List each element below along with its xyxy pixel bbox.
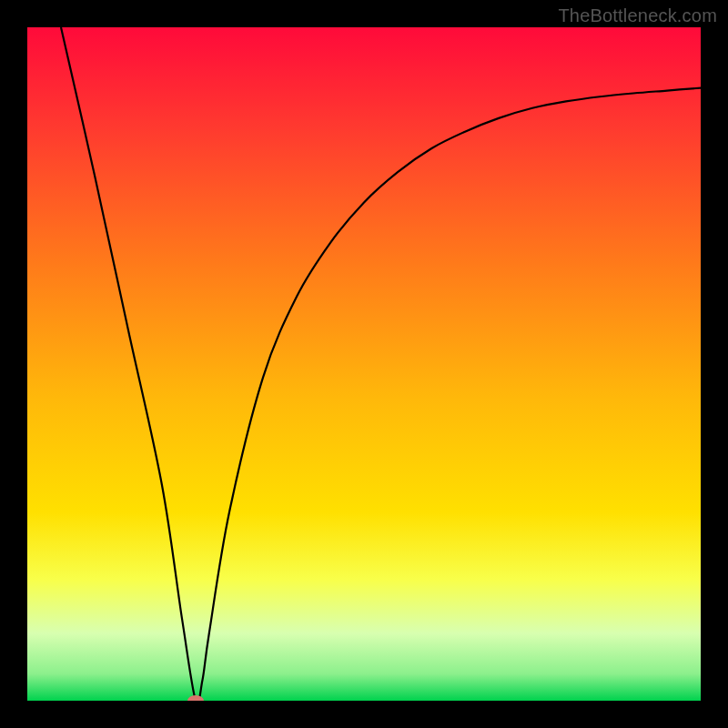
- chart-frame: [27, 27, 701, 701]
- bottleneck-chart: [27, 27, 701, 701]
- gradient-background: [27, 27, 701, 701]
- watermark-text: TheBottleneck.com: [558, 5, 717, 26]
